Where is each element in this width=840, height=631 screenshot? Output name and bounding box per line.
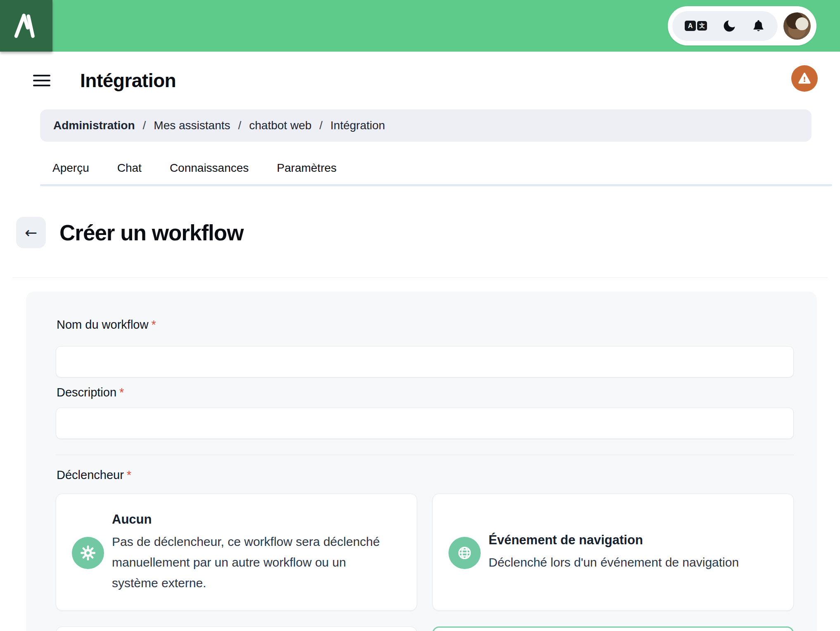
trigger-option-text: Aucun Pas de déclencheur, ce workflow se… bbox=[112, 512, 389, 593]
description-input[interactable] bbox=[56, 408, 794, 439]
trigger-label: Déclencheur* bbox=[57, 468, 794, 482]
topbar-actions: A 文 bbox=[668, 6, 816, 45]
form-section-divider bbox=[56, 455, 794, 455]
trigger-option-description: Déclenché lors d'un événement de navigat… bbox=[489, 552, 739, 573]
trigger-option-evenement-navigation[interactable]: Événement de navigation Déclenché lors d… bbox=[432, 493, 794, 611]
tab-bar: Aperçu Chat Connaissances Paramètres bbox=[52, 161, 840, 175]
trigger-option-aucun[interactable]: Aucun Pas de déclencheur, ce workflow se… bbox=[56, 493, 417, 611]
translate-icon[interactable]: A 文 bbox=[685, 21, 707, 31]
user-avatar[interactable] bbox=[783, 12, 811, 40]
tab-chat[interactable]: Chat bbox=[117, 161, 142, 175]
globe-icon bbox=[448, 537, 481, 569]
trigger-option-description: Pas de déclencheur, ce workflow sera déc… bbox=[112, 531, 389, 593]
breadcrumb-separator: / bbox=[143, 119, 146, 132]
bell-icon[interactable] bbox=[752, 19, 765, 33]
tab-parametres[interactable]: Paramètres bbox=[277, 161, 337, 175]
tab-divider bbox=[40, 184, 832, 186]
breadcrumb-item-administration[interactable]: Administration bbox=[53, 119, 135, 132]
trigger-option-text: Événement de navigation Déclenché lors d… bbox=[489, 533, 739, 573]
trigger-option-evenement-action[interactable]: Événement d'action bbox=[56, 626, 417, 631]
heading-row: ← Créer un workflow bbox=[16, 202, 840, 263]
trigger-options-grid: Aucun Pas de déclencheur, ce workflow se… bbox=[56, 493, 794, 631]
warning-triangle-icon bbox=[797, 71, 812, 86]
breadcrumb-separator: / bbox=[238, 119, 242, 132]
trigger-option-title: Événement de navigation bbox=[489, 533, 739, 548]
breadcrumb-item-chatbot-web[interactable]: chatbot web bbox=[249, 119, 311, 132]
moon-icon[interactable] bbox=[722, 19, 737, 33]
page-title: Intégration bbox=[80, 69, 176, 92]
breadcrumb-item-integration[interactable]: Intégration bbox=[330, 119, 385, 132]
tab-apercu[interactable]: Aperçu bbox=[52, 161, 89, 175]
gear-icon bbox=[72, 537, 104, 569]
breadcrumb-item-mes-assistants[interactable]: Mes assistants bbox=[154, 119, 230, 132]
topbar-pill: A 文 bbox=[668, 6, 816, 45]
tab-connaissances[interactable]: Connaissances bbox=[170, 161, 249, 175]
warning-button[interactable] bbox=[791, 65, 818, 92]
top-app-bar: A 文 bbox=[0, 0, 840, 52]
trigger-option-title: Aucun bbox=[112, 512, 389, 527]
heading-divider bbox=[12, 278, 828, 278]
trigger-option-outil-conversation[interactable]: Outil de conversation bbox=[432, 626, 794, 631]
required-asterisk: * bbox=[119, 386, 124, 399]
brand-logo[interactable] bbox=[0, 0, 52, 52]
create-workflow-form: Nom du workflow* Description* Déclencheu… bbox=[26, 292, 817, 631]
breadcrumb-separator: / bbox=[319, 119, 323, 132]
brand-logo-icon bbox=[10, 9, 43, 43]
required-asterisk: * bbox=[151, 318, 156, 331]
translate-a-glyph: A bbox=[685, 21, 696, 31]
required-asterisk: * bbox=[127, 468, 131, 482]
breadcrumb: Administration / Mes assistants / chatbo… bbox=[40, 109, 812, 142]
workflow-name-label: Nom du workflow* bbox=[57, 318, 794, 332]
menu-icon[interactable] bbox=[33, 75, 50, 86]
description-label: Description* bbox=[57, 386, 794, 399]
topbar-icon-group: A 文 bbox=[672, 11, 778, 41]
translate-zi-glyph: 文 bbox=[697, 21, 707, 31]
title-row: Intégration bbox=[0, 66, 840, 95]
back-arrow-icon: ← bbox=[25, 224, 37, 241]
back-button[interactable]: ← bbox=[16, 217, 46, 248]
workflow-name-input[interactable] bbox=[56, 346, 794, 377]
create-workflow-heading: Créer un workflow bbox=[59, 220, 243, 245]
